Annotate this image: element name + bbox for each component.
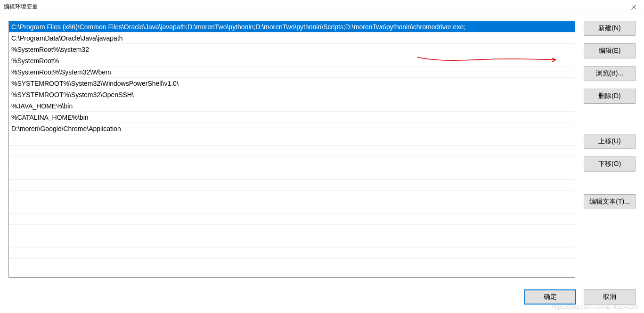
list-item-empty[interactable] xyxy=(9,146,575,157)
list-item-empty[interactable] xyxy=(9,202,575,214)
list-item[interactable]: %SystemRoot%\System32\Wbem xyxy=(9,66,575,78)
list-item[interactable]: %SYSTEMROOT%\System32\WindowsPowerShell\… xyxy=(9,78,575,89)
edittext-button[interactable]: 编辑文本(T)... xyxy=(584,194,636,209)
list-item-empty[interactable] xyxy=(9,168,575,180)
list-item-empty[interactable] xyxy=(9,180,575,191)
cancel-button[interactable]: 取消 xyxy=(584,289,636,305)
list-item-empty[interactable] xyxy=(9,225,575,236)
list-item[interactable]: %SystemRoot% xyxy=(9,55,575,66)
moveup-button[interactable]: 上移(U) xyxy=(584,134,636,149)
list-item[interactable]: %CATALINA_HOME%\bin xyxy=(9,112,575,123)
list-item[interactable]: %SYSTEMROOT%\System32\OpenSSH\ xyxy=(9,89,575,100)
side-button-column: 新建(N) 编辑(E) 浏览(B)... 删除(D) 上移(U) 下移(O) 编… xyxy=(584,21,636,278)
list-item[interactable]: D:\moren\Google\Chrome\Application xyxy=(9,123,575,134)
edit-button[interactable]: 编辑(E) xyxy=(584,43,636,58)
list-item-empty[interactable] xyxy=(9,191,575,202)
main-layout: C:\Program Files (x86)\Common Files\Orac… xyxy=(8,21,636,278)
close-button[interactable] xyxy=(623,0,644,14)
browse-button[interactable]: 浏览(B)... xyxy=(584,66,636,81)
list-item-empty[interactable] xyxy=(9,236,575,247)
list-item[interactable]: C:\Program Files (x86)\Common Files\Orac… xyxy=(9,21,575,33)
close-icon xyxy=(631,5,636,9)
ok-button[interactable]: 确定 xyxy=(524,289,576,305)
list-item[interactable]: C:\ProgramData\Oracle\Java\javapath xyxy=(9,33,575,44)
path-listbox[interactable]: C:\Program Files (x86)\Common Files\Orac… xyxy=(8,21,575,278)
list-item-empty[interactable] xyxy=(9,134,575,146)
movedown-button[interactable]: 下移(O) xyxy=(584,156,636,172)
list-item-empty[interactable] xyxy=(9,247,575,259)
titlebar: 编辑环境变量 xyxy=(0,0,644,14)
list-item[interactable]: %JAVA_HOME%\bin xyxy=(9,100,575,112)
dialog-title: 编辑环境变量 xyxy=(4,3,38,11)
list-item[interactable]: %SystemRoot%\system32 xyxy=(9,44,575,55)
dialog-footer-buttons: 确定 取消 xyxy=(524,289,636,305)
delete-button[interactable]: 删除(D) xyxy=(584,89,636,104)
new-button[interactable]: 新建(N) xyxy=(584,21,636,36)
watermark: https://blog.csdn.net/qq_46234209 xyxy=(552,304,638,310)
dialog-body: C:\Program Files (x86)\Common Files\Orac… xyxy=(0,14,644,313)
list-item-empty[interactable] xyxy=(9,214,575,225)
list-item-empty[interactable] xyxy=(9,157,575,168)
